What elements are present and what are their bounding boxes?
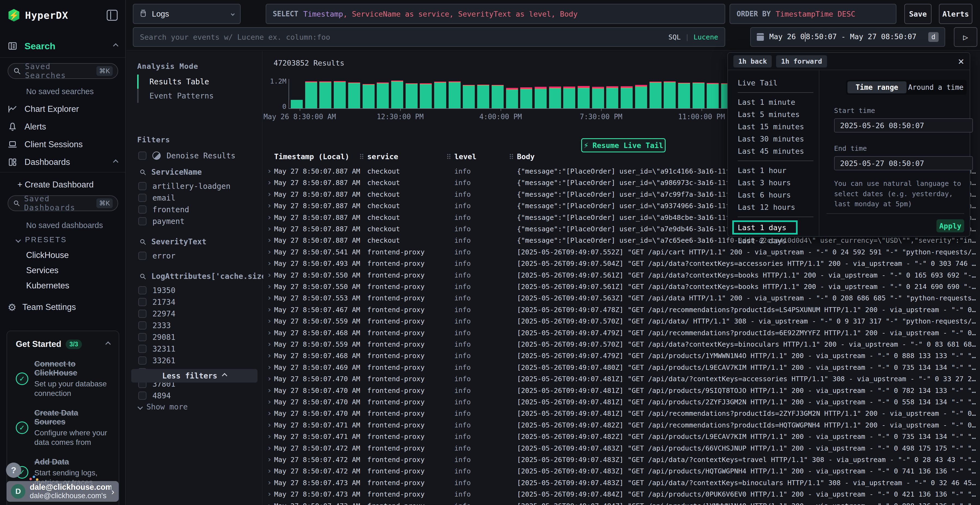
expand-row-icon[interactable]: › [267,386,272,395]
checkbox[interactable] [138,182,146,190]
lang-lucene-toggle[interactable]: Lucene [694,33,718,41]
filter-option[interactable]: error [138,250,253,262]
denoise-option[interactable]: Denoise Results [138,150,253,162]
filter-option[interactable]: 32311 [138,343,253,355]
histogram-bar[interactable] [492,85,504,108]
log-row[interactable]: › May 27 8:50:07.472 AM frontend-proxy i… [263,454,980,465]
sidebar-item-alerts[interactable]: Alerts [0,118,125,135]
expand-row-icon[interactable]: › [267,270,272,279]
sidebar-item-clickhouse[interactable]: ClickHouse [26,250,69,260]
histogram-bar[interactable] [563,87,575,108]
expand-row-icon[interactable]: › [267,374,272,383]
start-time-input[interactable]: 2025-05-26 08:50:07 [834,118,973,132]
expand-row-icon[interactable]: › [267,305,272,314]
expand-row-icon[interactable]: › [267,443,272,453]
select-query-input[interactable]: SELECT Timestamp, ServiceName as service… [266,4,725,24]
histogram-bar[interactable] [635,85,647,108]
get-started-item-connect[interactable]: ✓ Connect to ClickHouse Set up your data… [16,359,110,398]
analysis-mode-tab[interactable]: Results Table [137,75,251,89]
expand-row-icon[interactable]: › [267,316,272,326]
less-filters-button[interactable]: Less filters [131,369,258,383]
log-row[interactable]: › May 27 8:50:07.473 AM frontend-proxy i… [263,500,980,505]
histogram-bar[interactable] [535,87,547,108]
log-row[interactable]: › May 27 8:50:07.469 AM frontend-proxy i… [263,362,980,373]
tab-around-a-time[interactable]: Around a time [907,81,966,93]
histogram-bar[interactable] [678,83,690,108]
histogram-bar[interactable] [592,87,604,108]
lang-sql-toggle[interactable]: SQL [668,33,681,41]
expand-row-icon[interactable]: › [267,397,272,406]
log-row[interactable]: › May 27 8:50:07.470 AM frontend-proxy i… [263,408,980,419]
histogram-bar[interactable] [477,85,489,108]
filter-option[interactable]: artillery-loadgen [138,180,253,192]
checkbox[interactable] [138,356,146,365]
log-row[interactable]: › May 27 8:50:07.472 AM frontend-proxy i… [263,465,980,477]
sidebar-collapse-icon[interactable] [107,10,118,21]
histogram-bar[interactable] [520,87,532,108]
sidebar-item-team-settings[interactable]: ⚙ Team Settings [0,299,125,316]
filter-option[interactable]: 21734 [138,296,253,308]
expand-row-icon[interactable]: › [267,489,272,499]
histogram-bar[interactable] [406,83,418,108]
log-row[interactable]: › May 27 8:50:07.471 AM frontend-proxy i… [263,431,980,442]
log-row[interactable]: › May 27 8:50:07.471 AM frontend-proxy i… [263,419,980,431]
histogram-bar[interactable] [692,83,705,108]
expand-row-icon[interactable]: › [267,328,272,337]
shift-forward-button[interactable]: 1h forward [776,55,827,67]
expand-row-icon[interactable]: › [267,420,272,429]
expand-row-icon[interactable]: › [267,501,272,505]
filter-option[interactable]: 2333 [138,319,253,332]
filter-group-header[interactable]: ServiceName [139,168,202,176]
sidebar-item-dashboards[interactable]: Dashboards [0,154,125,171]
checkbox[interactable] [138,298,146,306]
time-option[interactable]: Last 12 hours [738,201,813,213]
sidebar-item-services[interactable]: Services [26,265,59,275]
expand-row-icon[interactable]: › [267,213,272,222]
filter-option[interactable]: 19350 [138,284,253,296]
sidebar-item-chart-explorer[interactable]: Chart Explorer [0,101,125,118]
expand-row-icon[interactable]: › [267,201,272,210]
time-option[interactable]: Last 5 minutes [738,108,813,121]
expand-row-icon[interactable]: › [267,455,272,464]
log-row[interactable]: › May 27 8:50:07.550 AM frontend-proxy i… [263,281,980,292]
histogram-bar[interactable] [434,82,446,108]
histogram-bar[interactable] [578,86,590,108]
saved-dashboards-input[interactable]: Saved Dashboards ⌘K [8,195,118,211]
lucene-search-input[interactable]: Search your events w/ Lucene ex. column:… [133,27,725,47]
log-row[interactable]: › May 27 8:50:07.470 AM frontend-proxy i… [263,373,980,384]
expand-row-icon[interactable]: › [267,236,272,245]
histogram-bar[interactable] [506,88,518,108]
log-row[interactable]: › May 27 8:50:07.493 AM frontend-proxy i… [263,258,980,269]
histogram-bar[interactable] [363,84,375,108]
filter-option[interactable]: email [138,192,253,204]
sidebar-item-client-sessions[interactable]: Client Sessions [0,136,125,153]
histogram-bar[interactable] [377,83,389,108]
histogram-bar[interactable] [664,81,676,108]
expand-row-icon[interactable]: › [267,167,272,176]
user-menu[interactable]: D dale@clickhouse.com dale@clickhouse.co… [6,481,119,502]
log-row[interactable]: › May 27 8:50:07.472 AM frontend-proxy i… [263,442,980,454]
get-started-header[interactable]: Get Started 3/3 [16,339,110,349]
column-resize-handle[interactable]: ⠿ [446,153,451,161]
expand-row-icon[interactable]: › [267,190,272,199]
checkbox[interactable] [138,152,146,160]
expand-row-icon[interactable]: › [267,178,272,187]
shift-back-button[interactable]: 1h back [733,55,772,67]
checkbox[interactable] [138,217,146,225]
expand-row-icon[interactable]: › [267,363,272,372]
time-option[interactable]: Last 45 minutes [738,145,813,157]
histogram-bar[interactable] [319,81,331,108]
analysis-mode-tab[interactable]: Event Patterns [137,89,251,103]
histogram-bar[interactable] [420,83,432,108]
expand-row-icon[interactable]: › [267,466,272,475]
filter-option[interactable]: 22974 [138,308,253,320]
checkbox[interactable] [138,205,146,214]
log-row[interactable]: › May 27 8:50:07.467 AM frontend-proxy i… [263,304,980,315]
log-row[interactable]: › May 27 8:50:07.470 AM frontend-proxy i… [263,396,980,408]
histogram-bar[interactable] [291,100,303,108]
histogram[interactable]: 1.2M 0 May 26 8:30:00 AM 12:30:00 PM 4:0… [288,79,733,109]
histogram-bar[interactable] [620,86,633,108]
checkbox[interactable] [138,310,146,318]
expand-row-icon[interactable]: › [267,259,272,268]
time-option[interactable]: Last 6 hours [738,189,813,201]
